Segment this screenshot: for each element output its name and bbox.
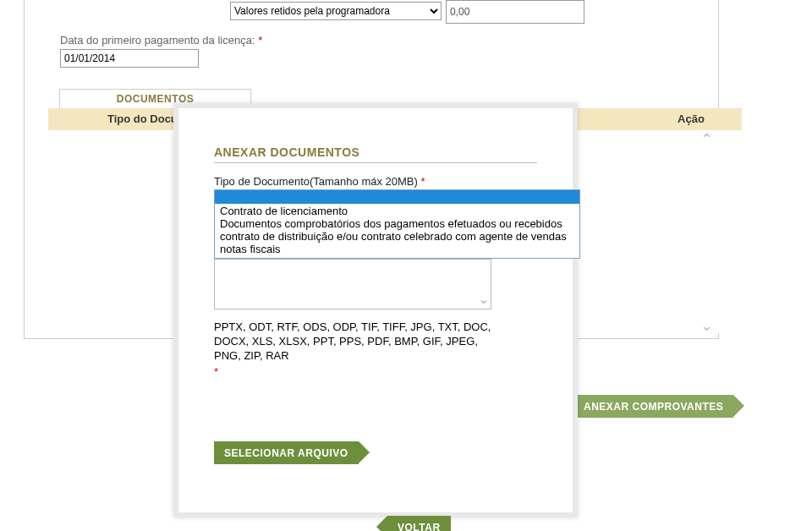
dropdown-option[interactable]: Contrato de licenciamento bbox=[220, 205, 576, 217]
dropdown-selected-blank[interactable] bbox=[215, 190, 579, 204]
attach-documents-dialog: ANEXAR DOCUMENTOS Tipo de Documento(Tama… bbox=[173, 103, 578, 517]
retained-values-select[interactable]: Valores retidos pela programadora bbox=[230, 2, 442, 20]
select-file-button[interactable]: SELECIONAR ARQUIVO bbox=[214, 441, 359, 464]
allowed-formats-text: PPTX, ODT, RTF, ODS, ODP, TIF, TIFF, JPG… bbox=[214, 320, 506, 379]
scroll-down-icon[interactable]: ⌄ bbox=[700, 316, 713, 335]
document-type-dropdown[interactable]: Contrato de licenciamento Documentos com… bbox=[214, 189, 580, 259]
anexar-comprovantes-button[interactable]: ANEXAR COMPROVANTES bbox=[573, 395, 733, 418]
col-acao: Ação bbox=[640, 108, 742, 130]
chevron-down-icon: ⌄ bbox=[478, 291, 489, 307]
back-button[interactable]: VOLTAR bbox=[387, 516, 451, 531]
dropdown-option[interactable]: Documentos comprobatórios dos pagamentos… bbox=[220, 217, 576, 230]
amount-input[interactable] bbox=[446, 0, 584, 24]
first-payment-date-label: Data do primeiro pagamento da licença: * bbox=[60, 34, 262, 47]
document-type-label: Tipo de Documento(Tamanho máx 20MB) * bbox=[214, 175, 537, 188]
description-textarea[interactable]: ⌄ bbox=[214, 259, 491, 309]
dropdown-option[interactable]: notas fiscais bbox=[220, 243, 576, 255]
dialog-title: ANEXAR DOCUMENTOS bbox=[214, 145, 537, 159]
dropdown-options-list: Contrato de licenciamento Documentos com… bbox=[215, 204, 579, 258]
dropdown-option[interactable]: contrato de distribuição e/ou contrato c… bbox=[220, 230, 576, 243]
scroll-up-icon[interactable]: ⌃ bbox=[700, 130, 713, 149]
divider bbox=[214, 162, 537, 163]
first-payment-date-input[interactable] bbox=[60, 49, 199, 68]
